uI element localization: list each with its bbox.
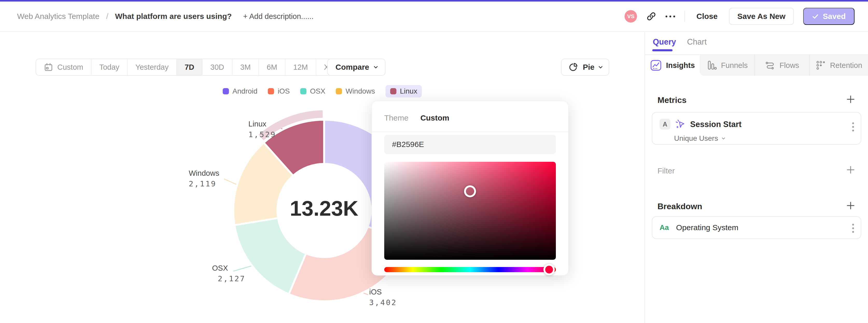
funnels-icon [707, 60, 717, 70]
legend-item-osx[interactable]: OSX [300, 85, 326, 97]
close-button[interactable]: Close [694, 12, 720, 21]
legend-item-ios[interactable]: iOS [268, 85, 290, 97]
legend-swatch [300, 88, 306, 94]
save-as-new-button[interactable]: Save As New [729, 8, 794, 25]
callout-osx: OSX 2,127 [212, 264, 246, 283]
color-picker-popover: Theme Custom [372, 101, 568, 276]
link-icon [646, 11, 656, 21]
active-tab-underline [652, 49, 673, 51]
event-sparkle-cursor-icon [675, 119, 686, 130]
hue-slider-handle[interactable] [544, 264, 555, 275]
hex-color-input[interactable] [384, 135, 556, 154]
breadcrumb-project[interactable]: Web Analytics Template [17, 12, 99, 21]
range-6m[interactable]: 6M [259, 59, 285, 75]
more-menu-button[interactable] [665, 15, 675, 18]
mode-tab-funnels[interactable]: Funnels [700, 55, 754, 76]
range-30d[interactable]: 30D [203, 59, 232, 75]
filter-heading: Filter [657, 166, 675, 175]
series-badge: A [659, 119, 671, 130]
legend-item-android[interactable]: Android [223, 85, 258, 97]
header-divider [684, 11, 685, 22]
breakdown-name: Operating System [676, 223, 738, 232]
check-icon [812, 13, 819, 20]
hue-slider[interactable] [384, 267, 556, 272]
compare-button[interactable]: Compare [327, 59, 385, 76]
page-title[interactable]: What platform are users using? [115, 12, 232, 21]
legend-item-windows[interactable]: Windows [336, 85, 375, 97]
add-filter-button[interactable] [846, 165, 855, 174]
legend-swatch [336, 88, 342, 94]
chart-legend: Android iOS OSX Windows Linux [0, 85, 645, 97]
metric-options-button[interactable] [852, 122, 854, 131]
flows-icon [765, 60, 775, 70]
picker-tab-theme[interactable]: Theme [384, 114, 408, 122]
mode-tab-retention[interactable]: Retention [809, 55, 868, 76]
insights-icon [650, 59, 662, 71]
add-description-button[interactable]: + Add description...... [243, 12, 314, 21]
calendar-icon [44, 62, 53, 72]
picker-tab-custom[interactable]: Custom [420, 114, 449, 122]
add-metric-button[interactable] [846, 95, 855, 104]
pie-chart-icon [568, 62, 578, 72]
header: Web Analytics Template / What platform a… [0, 2, 868, 32]
saturation-cursor[interactable] [464, 185, 476, 197]
breakdown-card[interactable]: Aa Operating System [652, 216, 861, 239]
range-12m[interactable]: 12M [285, 59, 316, 75]
range-7d-active[interactable]: 7D [177, 59, 203, 75]
kebab-icon [852, 122, 854, 124]
legend-swatch [390, 88, 396, 94]
breadcrumb-separator: / [106, 12, 108, 21]
chart-center-total: 13.23K [272, 196, 376, 221]
saturation-area[interactable] [384, 162, 556, 260]
mode-tab-insights[interactable]: Insights [645, 55, 700, 76]
legend-swatch [268, 88, 274, 94]
legend-item-linux-selected[interactable]: Linux [385, 85, 422, 97]
metrics-heading: Metrics [657, 95, 686, 105]
range-yesterday[interactable]: Yesterday [128, 59, 177, 75]
tab-query[interactable]: Query [653, 37, 676, 47]
chevron-down-icon [722, 136, 725, 139]
kebab-icon [852, 224, 854, 226]
metric-card[interactable]: A Session Start Unique Users [652, 112, 861, 144]
date-range-toolbar: Custom Today Yesterday 7D 30D 3M 6M 12M … [35, 59, 354, 76]
legend-swatch [223, 88, 229, 94]
tab-chart[interactable]: Chart [687, 37, 707, 47]
chart-type-selector[interactable]: Pie [561, 59, 609, 76]
retention-icon [815, 60, 826, 70]
picker-divider [372, 132, 568, 132]
chart-panel: Custom Today Yesterday 7D 30D 3M 6M 12M … [0, 32, 645, 323]
mode-tab-flows[interactable]: Flows [754, 55, 809, 76]
callout-windows: Windows 2,119 [189, 169, 219, 189]
breakdown-heading: Breakdown [657, 202, 702, 211]
chevron-down-icon [599, 64, 603, 68]
breakdown-options-button[interactable] [852, 224, 854, 233]
saved-button[interactable]: Saved [803, 8, 855, 25]
range-custom[interactable]: Custom [36, 59, 92, 75]
share-link-button[interactable] [646, 11, 656, 21]
avatar[interactable]: VS [625, 10, 637, 23]
callout-linux: Linux 1,529 [248, 120, 276, 139]
chevron-down-icon [374, 64, 378, 68]
metric-name: Session Start [690, 120, 742, 129]
ellipsis-icon [665, 15, 667, 18]
range-today[interactable]: Today [92, 59, 128, 75]
insight-mode-tabs: Insights Funnels Flows [645, 55, 868, 76]
add-breakdown-button[interactable] [846, 201, 855, 210]
range-3m[interactable]: 3M [232, 59, 259, 75]
aggregation-dropdown[interactable]: Unique Users [674, 134, 725, 142]
string-property-badge: Aa [659, 223, 669, 232]
callout-ios: iOS 3,402 [369, 288, 397, 307]
query-sidebar: Query Chart Insights Funnels [645, 32, 868, 323]
